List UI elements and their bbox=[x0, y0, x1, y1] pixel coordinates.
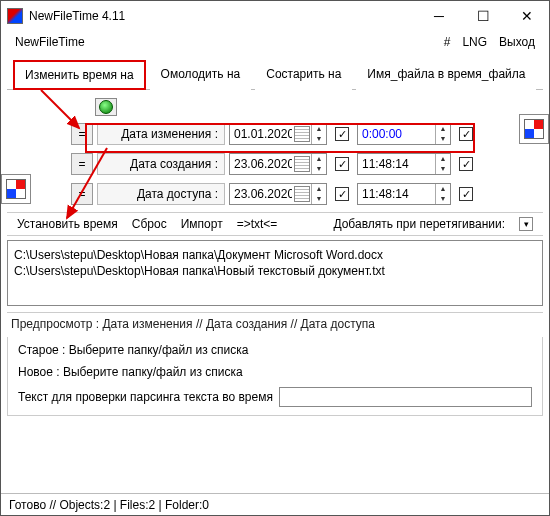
date-spinner[interactable]: ▲▼ bbox=[311, 124, 326, 144]
checkbox-date-modified[interactable]: ✓ bbox=[335, 127, 349, 141]
parse-test-label: Текст для проверки парсинга текста во вр… bbox=[18, 390, 273, 404]
checkbox-time-modified[interactable]: ✓ bbox=[459, 127, 473, 141]
label-modified: Дата изменения : bbox=[97, 123, 225, 145]
file-list-item[interactable]: C:\Users\stepu\Desktop\Новая папка\Докум… bbox=[14, 247, 536, 263]
maximize-button[interactable]: ☐ bbox=[461, 2, 505, 30]
preview-old-line: Старое : Выберите папку/файл из списка bbox=[18, 343, 532, 357]
row-created: = Дата создания : ▲▼ ✓ ▲▼ ✓ bbox=[11, 150, 539, 178]
tab-filename-to-time[interactable]: Имя_файла в время_файла bbox=[356, 60, 536, 90]
top-menu: NewFileTime # LNG Выход bbox=[1, 31, 549, 53]
date-input-created[interactable]: ▲▼ bbox=[229, 153, 327, 175]
hash-menu[interactable]: # bbox=[438, 33, 457, 51]
refresh-button[interactable] bbox=[95, 98, 117, 116]
parse-test-input[interactable] bbox=[279, 387, 532, 407]
checkbox-time-accessed[interactable]: ✓ bbox=[459, 187, 473, 201]
date-spinner[interactable]: ▲▼ bbox=[311, 154, 326, 174]
time-spinner[interactable]: ▲▼ bbox=[435, 124, 450, 144]
reset-button[interactable]: Сброс bbox=[132, 217, 167, 231]
exit-menu[interactable]: Выход bbox=[493, 33, 541, 51]
row-modified: = Дата изменения : ▲▼ ✓ ▲▼ ✓ bbox=[11, 120, 539, 148]
checkbox-date-created[interactable]: ✓ bbox=[335, 157, 349, 171]
drag-mode-label: Добавлять при перетягивании: bbox=[333, 217, 505, 231]
date-field-accessed[interactable] bbox=[230, 185, 292, 203]
calendar-icon[interactable] bbox=[294, 126, 310, 142]
action-toolbar: Установить время Сброс Импорт =>txt<= До… bbox=[7, 212, 543, 236]
import-button[interactable]: Импорт bbox=[181, 217, 223, 231]
apply-time-icon-button-left[interactable] bbox=[1, 174, 31, 204]
preview-panel: Старое : Выберите папку/файл из списка Н… bbox=[7, 337, 543, 416]
txt-button[interactable]: =>txt<= bbox=[237, 217, 278, 231]
time-spinner[interactable]: ▲▼ bbox=[435, 184, 450, 204]
tabs: Изменить время на Омолодить на Состарить… bbox=[7, 55, 543, 90]
equal-button-created[interactable]: = bbox=[71, 153, 93, 175]
date-input-modified[interactable]: ▲▼ bbox=[229, 123, 327, 145]
row-accessed: = Дата доступа : ▲▼ ✓ ▲▼ ✓ bbox=[11, 180, 539, 208]
file-list[interactable]: C:\Users\stepu\Desktop\Новая папка\Докум… bbox=[7, 240, 543, 306]
close-button[interactable]: ✕ bbox=[505, 2, 549, 30]
file-list-item[interactable]: C:\Users\stepu\Desktop\Новая папка\Новый… bbox=[14, 263, 536, 279]
equal-button-accessed[interactable]: = bbox=[71, 183, 93, 205]
refresh-icon bbox=[99, 100, 113, 114]
checkbox-time-created[interactable]: ✓ bbox=[459, 157, 473, 171]
date-input-accessed[interactable]: ▲▼ bbox=[229, 183, 327, 205]
set-time-button[interactable]: Установить время bbox=[17, 217, 118, 231]
date-field-created[interactable] bbox=[230, 155, 292, 173]
label-created: Дата создания : bbox=[97, 153, 225, 175]
preview-header: Предпросмотр : Дата изменения // Дата со… bbox=[7, 312, 543, 335]
app-menu[interactable]: NewFileTime bbox=[9, 33, 91, 51]
time-field-created[interactable] bbox=[358, 155, 420, 173]
date-field-modified[interactable] bbox=[230, 125, 292, 143]
minimize-button[interactable]: ─ bbox=[417, 2, 461, 30]
titlebar: NewFileTime 4.11 ─ ☐ ✕ bbox=[1, 1, 549, 31]
date-spinner[interactable]: ▲▼ bbox=[311, 184, 326, 204]
window-title: NewFileTime 4.11 bbox=[29, 9, 417, 23]
tab-change-time[interactable]: Изменить время на bbox=[13, 60, 146, 90]
apply-time-icon-button-top[interactable] bbox=[519, 114, 549, 144]
clock-grid-icon bbox=[524, 119, 544, 139]
status-bar: Готово // Objects:2 | Files:2 | Folder:0 bbox=[1, 493, 549, 515]
time-spinner[interactable]: ▲▼ bbox=[435, 154, 450, 174]
time-input-accessed[interactable]: ▲▼ bbox=[357, 183, 451, 205]
time-field-modified[interactable] bbox=[358, 125, 420, 143]
lng-menu[interactable]: LNG bbox=[456, 33, 493, 51]
label-accessed: Дата доступа : bbox=[97, 183, 225, 205]
calendar-icon[interactable] bbox=[294, 186, 310, 202]
app-icon bbox=[7, 8, 23, 24]
drag-mode-dropdown-icon[interactable]: ▾ bbox=[519, 217, 533, 231]
equal-button-modified[interactable]: = bbox=[71, 123, 93, 145]
checkbox-date-accessed[interactable]: ✓ bbox=[335, 187, 349, 201]
time-input-created[interactable]: ▲▼ bbox=[357, 153, 451, 175]
time-input-modified[interactable]: ▲▼ bbox=[357, 123, 451, 145]
time-field-accessed[interactable] bbox=[358, 185, 420, 203]
tab-make-younger[interactable]: Омолодить на bbox=[150, 60, 252, 90]
preview-new-line: Новое : Выберите папку/файл из списка bbox=[18, 365, 532, 379]
calendar-icon[interactable] bbox=[294, 156, 310, 172]
main-panel: = Дата изменения : ▲▼ ✓ ▲▼ ✓ = Дата созд… bbox=[1, 90, 549, 208]
tab-make-older[interactable]: Состарить на bbox=[255, 60, 352, 90]
clock-grid-icon bbox=[6, 179, 26, 199]
